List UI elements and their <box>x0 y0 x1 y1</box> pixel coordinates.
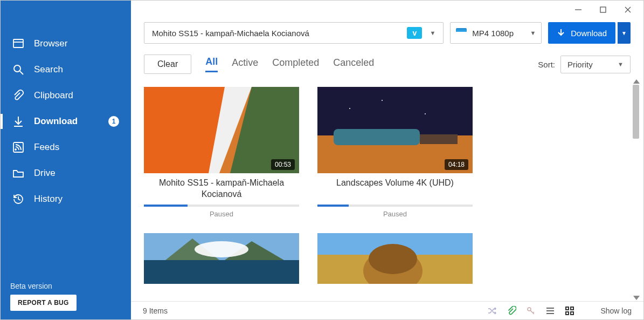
clapper-icon <box>456 28 467 38</box>
report-bug-button[interactable]: REPORT A BUG <box>10 295 77 311</box>
card-title: Landscapes Volume 4K (UHD) <box>317 178 473 200</box>
status-label: Paused <box>317 210 473 218</box>
tab-all[interactable]: All <box>205 56 218 72</box>
svg-line-38 <box>533 312 534 313</box>
chevron-down-icon: ▼ <box>530 30 536 36</box>
sidebar-item-label: Search <box>34 64 63 75</box>
chevron-down-icon[interactable]: ▼ <box>430 30 435 36</box>
rss-icon <box>12 141 24 153</box>
close-icon[interactable] <box>624 6 632 13</box>
svg-rect-4 <box>13 39 23 47</box>
browser-icon <box>12 38 24 50</box>
status-label: Paused <box>144 210 299 218</box>
clear-button[interactable]: Clear <box>144 55 191 74</box>
tab-completed[interactable]: Completed <box>272 57 319 72</box>
main-content: Mohito SS15 - kampaň-Michaela Kocianová … <box>131 1 643 319</box>
svg-point-23 <box>382 100 383 101</box>
svg-point-6 <box>14 65 20 72</box>
sidebar-item-browser[interactable]: Browser <box>1 31 131 57</box>
sidebar-item-label: Download <box>34 116 78 127</box>
download-button[interactable]: Download <box>548 22 615 44</box>
format-select[interactable]: MP4 1080p ▼ <box>450 22 542 44</box>
minimize-icon[interactable] <box>574 6 582 13</box>
svg-rect-45 <box>571 312 573 315</box>
scroll-up-icon[interactable] <box>633 79 640 84</box>
download-icon <box>557 29 565 37</box>
svg-point-35 <box>369 244 417 274</box>
video-thumbnail: 04:18 <box>317 87 473 173</box>
window-controls <box>131 1 643 19</box>
sidebar: Browser Search Clipboard Download 1 Feed… <box>1 1 131 319</box>
sidebar-item-search[interactable]: Search <box>1 57 131 83</box>
sidebar-item-feeds[interactable]: Feeds <box>1 134 131 160</box>
paperclip-icon <box>12 90 24 101</box>
sidebar-item-clipboard[interactable]: Clipboard <box>1 83 131 108</box>
video-thumbnail: 00:53 <box>144 87 299 173</box>
card-title: Mohito SS15 - kampaň-Michaela Kocianová <box>144 178 299 200</box>
search-icon <box>12 64 24 76</box>
sidebar-item-label: History <box>34 194 63 205</box>
status-bar: 9 Items Show log <box>131 301 643 319</box>
svg-rect-10 <box>13 142 23 152</box>
download-card[interactable] <box>144 233 299 284</box>
show-log-link[interactable]: Show log <box>600 307 632 315</box>
maximize-icon[interactable] <box>599 6 607 13</box>
svg-point-22 <box>349 108 350 109</box>
sidebar-item-label: Feeds <box>34 142 59 153</box>
duration-badge: 00:53 <box>271 159 295 170</box>
download-card[interactable] <box>317 233 473 284</box>
progress-bar <box>317 205 473 207</box>
shuffle-icon[interactable] <box>487 306 497 316</box>
chevron-down-icon: ▼ <box>618 61 624 67</box>
sidebar-item-label: Drive <box>34 168 56 179</box>
svg-rect-12 <box>600 7 606 12</box>
provider-vimeo-icon: v <box>407 27 422 39</box>
sidebar-item-download[interactable]: Download 1 <box>1 108 131 134</box>
grid-view-icon[interactable] <box>565 306 574 316</box>
svg-rect-20 <box>317 87 473 135</box>
sort-label: Sort: <box>538 60 555 69</box>
sidebar-item-label: Clipboard <box>34 90 73 101</box>
sort-value: Priority <box>567 60 593 69</box>
svg-rect-28 <box>144 260 299 284</box>
paperclip-icon[interactable] <box>507 306 516 316</box>
scroll-down-icon[interactable] <box>633 296 640 300</box>
history-icon <box>12 193 24 205</box>
download-icon <box>12 115 24 127</box>
video-thumbnail <box>317 233 473 284</box>
scrollbar[interactable] <box>633 80 640 297</box>
svg-rect-44 <box>566 312 569 315</box>
sidebar-item-label: Browser <box>34 38 67 49</box>
format-value: MP4 1080p <box>472 29 514 38</box>
sidebar-nav: Browser Search Clipboard Download 1 Feed… <box>1 23 131 276</box>
duration-badge: 04:18 <box>445 159 468 170</box>
scroll-thumb[interactable] <box>633 85 639 139</box>
key-icon[interactable] <box>526 306 536 316</box>
sort-select[interactable]: Priority ▼ <box>560 56 631 73</box>
beta-label: Beta version <box>10 282 121 290</box>
sidebar-item-drive[interactable]: Drive <box>1 160 131 186</box>
tab-active[interactable]: Active <box>232 57 258 72</box>
list-view-icon[interactable] <box>545 306 555 316</box>
folder-icon <box>12 167 24 179</box>
video-thumbnail <box>144 233 299 284</box>
download-split-button[interactable]: ▼ <box>618 22 631 44</box>
sidebar-item-history[interactable]: History <box>1 186 131 212</box>
download-card[interactable]: 00:53 Mohito SS15 - kampaň-Michaela Koci… <box>144 87 299 218</box>
svg-rect-25 <box>334 129 420 145</box>
download-button-label: Download <box>571 29 607 38</box>
download-card[interactable]: 04:18 Landscapes Volume 4K (UHD) Paused <box>317 87 473 218</box>
download-count-badge: 1 <box>108 116 119 127</box>
svg-rect-26 <box>420 134 458 144</box>
svg-line-7 <box>20 71 23 74</box>
item-count: 9 Items <box>143 307 168 315</box>
progress-bar <box>144 205 299 207</box>
svg-rect-42 <box>566 307 569 310</box>
svg-point-24 <box>425 113 426 114</box>
svg-point-31 <box>195 241 248 257</box>
url-value: Mohito SS15 - kampaň-Michaela Kocianová <box>152 29 309 38</box>
url-input[interactable]: Mohito SS15 - kampaň-Michaela Kocianová … <box>144 22 444 44</box>
svg-rect-43 <box>571 307 573 310</box>
tab-canceled[interactable]: Canceled <box>333 57 374 72</box>
